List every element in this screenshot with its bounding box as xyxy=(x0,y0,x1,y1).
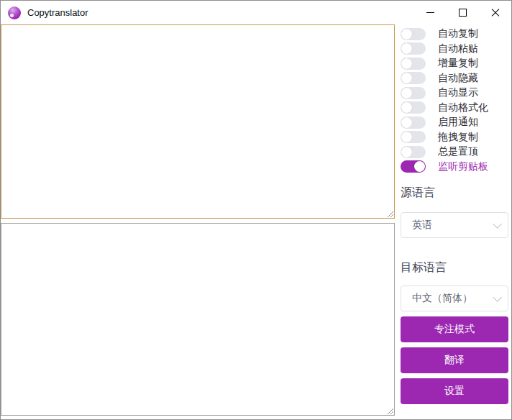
toggle-knob-icon xyxy=(401,117,412,128)
maximize-icon xyxy=(459,9,467,17)
toggle-label: 自动隐藏 xyxy=(438,72,478,85)
toggle-label: 自动显示 xyxy=(438,86,478,99)
toggle-row: 自动格式化 xyxy=(401,101,508,116)
toggle-label: 自动粘贴 xyxy=(438,42,478,55)
toggle-switch[interactable] xyxy=(401,117,426,129)
window-title: Copytranslator xyxy=(27,7,88,18)
toggle-label: 自动格式化 xyxy=(438,101,488,114)
toggle-list: 自动复制 自动粘贴 增量复制 自动隐藏 自动显示 自动格式化 启 xyxy=(401,27,508,174)
settings-panel: 自动复制 自动粘贴 增量复制 自动隐藏 自动显示 自动格式化 启 xyxy=(401,27,508,404)
action-buttons: 专注模式 翻译 设置 xyxy=(401,316,508,404)
toggle-row: 总是置顶 xyxy=(401,145,508,160)
toggle-knob-icon xyxy=(401,147,412,158)
source-language-value: 英语 xyxy=(412,219,493,232)
source-language-select[interactable]: 英语 xyxy=(401,212,508,238)
toggle-label: 总是置顶 xyxy=(438,145,478,158)
app-window: Copytranslator xyxy=(0,0,512,420)
toggle-switch[interactable] xyxy=(401,28,426,40)
action-button[interactable]: 专注模式 xyxy=(401,316,508,342)
close-button[interactable] xyxy=(479,1,511,24)
toggle-knob-icon xyxy=(414,161,425,172)
toggle-switch[interactable] xyxy=(401,72,426,84)
toggle-switch[interactable] xyxy=(401,87,426,99)
result-text-output[interactable] xyxy=(1,223,395,416)
maximize-button[interactable] xyxy=(447,1,479,24)
minimize-icon xyxy=(426,12,434,13)
chevron-down-icon xyxy=(493,293,502,302)
toggle-knob-icon xyxy=(401,88,412,99)
toggle-row: 拖拽复制 xyxy=(401,130,508,145)
resize-grip-icon[interactable] xyxy=(385,209,393,217)
toggle-knob-icon xyxy=(401,102,412,113)
toggle-row: 监听剪贴板 xyxy=(401,160,508,175)
app-logo-icon xyxy=(8,6,21,19)
action-button[interactable]: 翻译 xyxy=(401,347,508,373)
toggle-knob-icon xyxy=(401,43,412,54)
toggle-switch[interactable] xyxy=(401,101,426,114)
toggle-label: 拖拽复制 xyxy=(438,131,478,144)
toggle-label: 启用通知 xyxy=(438,116,478,129)
minimize-button[interactable] xyxy=(414,1,447,24)
toggle-row: 启用通知 xyxy=(401,115,508,130)
window-controls xyxy=(414,1,511,24)
source-language-label: 源语言 xyxy=(401,186,508,199)
target-language-select[interactable]: 中文（简体） xyxy=(401,286,508,311)
toggle-row: 自动隐藏 xyxy=(401,71,508,86)
toggle-row: 自动复制 xyxy=(401,27,508,42)
toggle-row: 自动粘贴 xyxy=(401,42,508,57)
toggle-label: 监听剪贴板 xyxy=(438,160,488,173)
toggle-switch[interactable] xyxy=(401,160,426,173)
result-text-pane xyxy=(1,223,395,416)
target-language-label: 目标语言 xyxy=(401,261,508,274)
toggle-knob-icon xyxy=(401,29,412,40)
action-button[interactable]: 设置 xyxy=(401,378,508,404)
chevron-down-icon xyxy=(493,219,502,229)
toggle-switch[interactable] xyxy=(401,58,426,70)
close-icon xyxy=(491,9,500,17)
target-language-value: 中文（简体） xyxy=(412,292,493,305)
titlebar-drag-handle[interactable]: Copytranslator xyxy=(1,1,511,24)
source-text-input[interactable] xyxy=(1,24,395,219)
toggle-label: 自动复制 xyxy=(438,27,478,40)
toggle-row: 自动显示 xyxy=(401,86,508,101)
toggle-switch[interactable] xyxy=(401,131,426,143)
toggle-switch[interactable] xyxy=(401,146,426,158)
toggle-knob-icon xyxy=(401,58,412,69)
toggle-label: 增量复制 xyxy=(438,57,478,70)
toggle-switch[interactable] xyxy=(401,42,426,55)
source-text-pane xyxy=(1,24,395,219)
toggle-row: 增量复制 xyxy=(401,56,508,71)
toggle-knob-icon xyxy=(401,73,412,83)
resize-grip-icon[interactable] xyxy=(385,406,393,414)
toggle-knob-icon xyxy=(401,132,412,142)
